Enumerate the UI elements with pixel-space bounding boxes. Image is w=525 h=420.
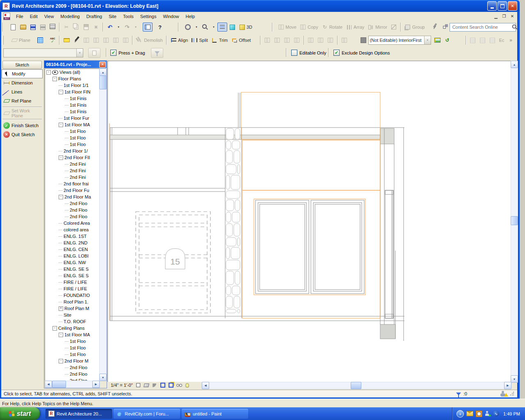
doc-close-button[interactable]: ✕	[509, 14, 516, 19]
tree-item[interactable]: - 1st Floor FIN	[45, 89, 100, 95]
group-edit-3[interactable]	[282, 36, 292, 45]
canvas-hscroll-thumb[interactable]	[351, 382, 361, 389]
tree-item[interactable]: colored area	[45, 226, 100, 233]
group-edit-1[interactable]	[262, 36, 272, 45]
mirror-button[interactable]: Mirror	[366, 23, 389, 32]
tree-item[interactable]: 2nd Floo	[45, 371, 100, 377]
workset-list-2[interactable]	[478, 36, 488, 45]
tree-item[interactable]: 1st Floor Fur	[45, 115, 100, 121]
edit-tool-3[interactable]	[101, 36, 111, 45]
edit-tool-2[interactable]	[91, 36, 101, 45]
browser-scroll-down-icon[interactable]: ▼	[99, 374, 107, 381]
tree-item[interactable]: Roof Plan 1.	[45, 299, 100, 305]
menu-item[interactable]: Help	[183, 13, 199, 20]
tree-item[interactable]: + Roof Plan M	[45, 305, 100, 312]
tree-item[interactable]: 1st Finis	[45, 102, 100, 108]
resize-grip[interactable]	[510, 392, 514, 396]
designbar-dimension[interactable]: Dimension	[2, 78, 43, 87]
messenger-user-icon[interactable]	[485, 411, 491, 417]
zoom-dropdown[interactable]	[210, 23, 217, 32]
tree-expander[interactable]: -	[46, 70, 51, 75]
group-button[interactable]: Group	[403, 23, 427, 32]
menu-item[interactable]: Modelling	[57, 13, 83, 20]
menu-item[interactable]: Window	[160, 13, 182, 20]
tree-item[interactable]: - 2nd Floor Ma	[45, 194, 100, 200]
thin-lines-button[interactable]	[217, 23, 227, 32]
rotate-button[interactable]: Rotate	[320, 23, 344, 32]
tree-item[interactable]: - Ceiling Plans	[45, 325, 100, 331]
browser-vscroll-thumb[interactable]	[99, 75, 107, 89]
tree-expander[interactable]: +	[59, 306, 63, 311]
selection-filter-icon[interactable]	[456, 393, 461, 395]
spelling-button[interactable]	[48, 36, 57, 45]
tree-item[interactable]: 1st Floor 1/1	[45, 82, 100, 89]
taskbar-task[interactable]: RevitCity.com | Foru...	[114, 409, 180, 419]
attach-tool-3[interactable]	[326, 36, 336, 45]
exclude-design-options-checkbox[interactable]	[333, 50, 340, 56]
workset-list-1[interactable]	[468, 36, 478, 45]
tree-item[interactable]: 1st Finis	[45, 108, 100, 115]
taskbar-task[interactable]: untitled - Paint	[182, 409, 248, 419]
designbar-modify[interactable]: Modify	[2, 69, 43, 78]
attach-tool-2[interactable]	[316, 36, 326, 45]
save-all-button[interactable]	[38, 23, 48, 32]
designbar-lines[interactable]: Lines	[2, 87, 43, 96]
crop-visibility-button[interactable]	[168, 382, 174, 388]
tree-item[interactable]: ENLG. CEN	[45, 246, 100, 253]
canvas-vscroll-thumb[interactable]	[511, 216, 518, 225]
tree-item[interactable]: ENLG. SE S	[45, 266, 100, 272]
image-button[interactable]	[433, 36, 443, 45]
worksharing-warning-icon[interactable]	[501, 391, 507, 397]
drawing-canvas[interactable]: 15	[107, 61, 511, 382]
tree-expander[interactable]: -	[59, 195, 63, 199]
search-input[interactable]	[452, 24, 511, 30]
tree-item[interactable]: FIRE / LIFE	[45, 285, 100, 292]
paste-button[interactable]	[81, 23, 91, 32]
tree-item[interactable]: - 2nd Floor M	[45, 358, 100, 364]
save-button[interactable]	[28, 23, 38, 32]
split-button[interactable]: Split	[189, 36, 209, 45]
stats-tool[interactable]	[340, 36, 349, 45]
type-selector[interactable]: ▼	[3, 48, 83, 57]
tree-item[interactable]: 2nd Floor 1/	[45, 148, 100, 154]
detail-level-button[interactable]	[135, 382, 141, 388]
tree-item[interactable]: 2nd floor frai	[45, 180, 100, 187]
reload-latest-button[interactable]	[443, 36, 452, 45]
tree-item[interactable]: Colored Area	[45, 220, 100, 226]
shaded-view-button[interactable]	[227, 23, 237, 32]
tree-item[interactable]: Site	[45, 312, 100, 318]
tree-item[interactable]: - Views (all)	[45, 69, 100, 75]
tree-expander[interactable]: -	[59, 359, 63, 363]
menu-item[interactable]: Site	[105, 13, 120, 20]
edit-tool-5[interactable]	[121, 36, 130, 45]
tree-item[interactable]: 2nd Floor Fu	[45, 187, 100, 194]
tree-item[interactable]: 1st Floo	[45, 135, 100, 141]
tree-item[interactable]: 1st Floo	[45, 128, 100, 135]
reveal-hidden-button[interactable]	[185, 382, 190, 388]
undo-dropdown[interactable]	[115, 23, 122, 32]
toolbar-grip[interactable]	[2, 23, 2, 32]
link-button[interactable]	[440, 23, 450, 32]
tape-measure-button[interactable]	[62, 36, 71, 45]
tree-item[interactable]: 1st Finis	[45, 95, 100, 102]
browser-scroll-up-icon[interactable]: ▲	[99, 68, 107, 76]
tree-item[interactable]: 2nd Floo	[45, 213, 100, 220]
canvas-scroll-right-icon[interactable]: ▶	[504, 382, 511, 389]
menu-item[interactable]: View	[41, 13, 57, 20]
open-button[interactable]	[18, 23, 28, 32]
taskbar-task[interactable]: Revit Architecture 20...	[46, 409, 112, 419]
copy-button[interactable]	[71, 23, 81, 32]
wheel-dropdown[interactable]	[193, 23, 200, 32]
tree-item[interactable]: FIRE / LIFE	[45, 279, 100, 285]
browser-scroll-right-icon[interactable]: ▶	[92, 381, 100, 388]
steering-wheel-button[interactable]	[183, 23, 193, 32]
tree-expander[interactable]: -	[52, 326, 57, 331]
default-3d-button[interactable]: 3D	[237, 23, 254, 32]
project-browser-titlebar[interactable]: 08104-01.rvt - Proje... ✕	[44, 61, 107, 68]
project-browser-close-icon[interactable]: ✕	[99, 62, 106, 68]
menu-item[interactable]: File	[13, 13, 27, 20]
tree-item[interactable]: 1st Floo	[45, 338, 100, 345]
model-graphics-button[interactable]	[144, 382, 149, 388]
plane-button[interactable]: Plane	[9, 36, 32, 45]
tree-item[interactable]: ENLG. NW	[45, 259, 100, 266]
